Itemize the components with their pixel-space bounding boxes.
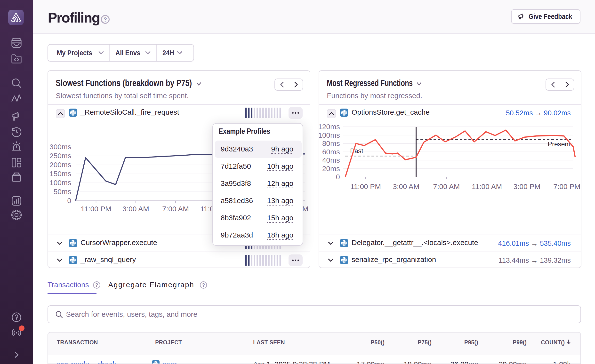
svg-text:3:00 AM: 3:00 AM	[393, 182, 419, 190]
svg-text:11:00 AM: 11:00 AM	[472, 182, 502, 190]
svg-text:7:00 AM: 7:00 AM	[162, 205, 189, 213]
svg-text:0: 0	[336, 173, 340, 181]
svg-text:Past: Past	[350, 147, 363, 155]
svg-text:11:00 PM: 11:00 PM	[81, 205, 111, 213]
svg-text:Present: Present	[548, 141, 571, 148]
svg-text:7:00 AM: 7:00 AM	[433, 182, 460, 190]
svg-text:20ms: 20ms	[322, 165, 340, 173]
svg-text:80ms: 80ms	[322, 139, 340, 147]
svg-text:60ms: 60ms	[322, 148, 340, 156]
svg-text:100ms: 100ms	[319, 131, 340, 139]
svg-text:300ms: 300ms	[49, 143, 71, 151]
svg-text:100ms: 100ms	[49, 179, 71, 187]
svg-text:0: 0	[67, 197, 71, 205]
svg-text:40ms: 40ms	[322, 156, 340, 164]
svg-text:3:00 AM: 3:00 AM	[122, 205, 149, 213]
svg-text:250ms: 250ms	[49, 152, 71, 160]
svg-text:7:00 PM: 7:00 PM	[553, 182, 580, 190]
svg-text:3:00 PM: 3:00 PM	[513, 182, 540, 190]
svg-text:120ms: 120ms	[319, 123, 340, 131]
svg-text:200ms: 200ms	[49, 161, 71, 169]
svg-text:11:00 PM: 11:00 PM	[350, 182, 381, 190]
svg-text:50ms: 50ms	[54, 188, 71, 196]
svg-text:150ms: 150ms	[49, 170, 71, 178]
